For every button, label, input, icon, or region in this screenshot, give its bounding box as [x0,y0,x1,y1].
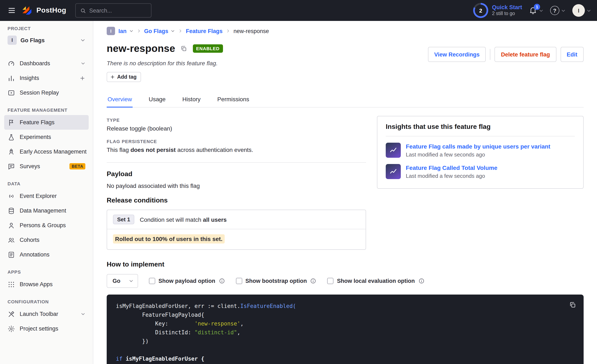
sidebar-item-experiments[interactable]: Experiments [4,130,89,144]
sidebar-item-session-replay[interactable]: Session Replay [4,85,89,100]
quick-start-subtitle: 2 still to go [492,11,522,17]
insight-link[interactable]: Feature Flag Called Total Volume [406,164,497,172]
persistence-label: FLAG PERSISTENCE [107,139,366,144]
condition-description: Condition set will match all users [140,216,227,223]
sidebar-item-project-settings[interactable]: Project settings [4,321,89,336]
section-apps: APPS [8,269,89,275]
sidebar-item-dashboards[interactable]: Dashboards [4,56,89,71]
notifications-button[interactable]: 1 [529,6,543,15]
code-snippet: isMyFlagEnabledForUser, err := client.Is… [107,294,584,364]
chevron-right-icon [137,29,141,33]
sidebar-toggle-button[interactable] [6,5,18,16]
project-section-label: PROJECT [8,26,89,31]
project-avatar: I [8,36,17,45]
search-input[interactable] [89,7,147,14]
checkbox-unchecked[interactable] [327,278,334,284]
menu-icon [8,6,16,15]
language-select[interactable]: Go [107,274,138,288]
insight-modified: Last modified a few seconds ago [406,173,497,179]
chevron-down-icon[interactable] [171,29,175,33]
rocket-icon [8,148,15,155]
checkbox-unchecked[interactable] [236,278,242,284]
project-name: Go Flags [21,37,77,43]
project-selector[interactable]: I Go Flags [4,33,89,47]
chevron-down-icon [80,38,85,43]
breadcrumb: I Ian Go Flags Feature Flags [107,27,584,35]
quick-start-title: Quick Start [492,4,522,11]
quick-start-count: 2 [475,5,487,16]
implement-controls: Go Show payload option Show bootstrap op… [107,274,584,288]
insight-link[interactable]: Feature Flag calls made by unique users … [406,143,550,150]
tab-usage[interactable]: Usage [148,92,166,107]
tab-permissions[interactable]: Permissions [217,92,250,107]
sidebar-item-feature-flags[interactable]: Feature Flags [4,115,89,130]
type-label: TYPE [107,118,366,123]
help-button[interactable]: ? [550,6,566,15]
user-menu-button[interactable]: I [572,4,591,17]
copy-flag-key-button[interactable] [180,44,188,53]
chevron-down-icon [539,8,543,13]
sidebar-item-event-explorer[interactable]: Event Explorer [4,189,89,203]
payload-text: No payload associated with this flag [107,182,366,189]
info-icon [310,278,316,284]
copy-code-button[interactable] [567,300,578,310]
condition-set-card: Set 1 Condition set will match all users… [107,210,366,250]
quick-start-widget[interactable]: 2 Quick Start 2 still to go [473,3,522,18]
chevron-down-icon[interactable] [129,29,133,33]
gear-icon [8,325,15,332]
section-configuration: CONFIGURATION [8,299,89,304]
breadcrumb-feature-flags[interactable]: Feature Flags [186,28,223,34]
insight-list-item: Feature Flag Called Total Volume Last mo… [386,164,575,179]
quick-start-progress-ring: 2 [473,3,488,18]
plus-icon[interactable] [79,75,85,81]
section-feature-management: FEATURE MANAGEMENT [8,108,89,112]
chevron-down-icon [81,312,85,316]
app-window: PostHog 2 Quick Start 2 still to go [0,0,597,364]
tab-overview[interactable]: Overview [107,92,133,108]
release-conditions-title: Release conditions [107,197,366,204]
edit-button[interactable]: Edit [560,47,584,62]
chevron-down-icon [587,8,591,13]
add-tag-button[interactable]: Add tag [107,72,141,82]
show-local-evaluation-option-checkbox[interactable]: Show local evaluation option [327,278,424,284]
divider [107,162,366,163]
sidebar-item-launch-toolbar[interactable]: Launch Toolbar [4,307,89,321]
flag-description: There is no description for this feature… [107,60,223,67]
sidebar-item-early-access[interactable]: Early Access Management [4,144,89,159]
sidebar: PROJECT I Go Flags Dashboards [0,21,93,364]
dashboards-icon [8,60,15,67]
live-events-icon [8,192,15,200]
implement-title: How to implement [107,261,584,268]
breadcrumb-project[interactable]: Go Flags [144,28,168,34]
posthog-logo[interactable]: PostHog [22,5,66,16]
chevron-down-icon [561,8,566,13]
sidebar-item-insights[interactable]: Insights [4,71,89,85]
page-actions: View Recordings Delete feature flag Edit [428,47,584,62]
delete-feature-flag-button[interactable]: Delete feature flag [495,47,556,62]
sidebar-item-surveys[interactable]: Surveys BETA [4,159,89,174]
code-block: isMyFlagEnabledForUser, err := client.Is… [116,302,574,364]
annotations-icon [8,251,15,258]
sidebar-item-cohorts[interactable]: Cohorts [4,233,89,247]
database-icon [8,207,15,214]
sidebar-item-data-management[interactable]: Data Management [4,203,89,218]
insights-panel: Insights that use this feature flag Feat… [377,116,584,189]
chevron-down-icon [129,279,134,283]
show-bootstrap-option-checkbox[interactable]: Show bootstrap option [236,278,316,284]
posthog-logo-icon [22,5,33,16]
search-box[interactable] [76,3,152,18]
breadcrumb-user-avatar: I [107,27,115,35]
checkbox-unchecked[interactable] [149,278,155,284]
main-content: I Ian Go Flags Feature Flags [93,21,597,364]
breadcrumb-user[interactable]: Ian [118,28,126,34]
show-payload-option-checkbox[interactable]: Show payload option [149,278,225,284]
actions-divider [490,49,491,60]
sidebar-item-browse-apps[interactable]: Browse Apps [4,277,89,292]
view-recordings-button[interactable]: View Recordings [428,47,486,62]
tab-history[interactable]: History [181,92,201,107]
sidebar-item-annotations[interactable]: Annotations [4,247,89,262]
top-bar: PostHog 2 Quick Start 2 still to go [0,0,597,21]
sidebar-item-persons-groups[interactable]: Persons & Groups [4,218,89,233]
surveys-icon [8,163,15,170]
logo-text: PostHog [36,6,66,15]
